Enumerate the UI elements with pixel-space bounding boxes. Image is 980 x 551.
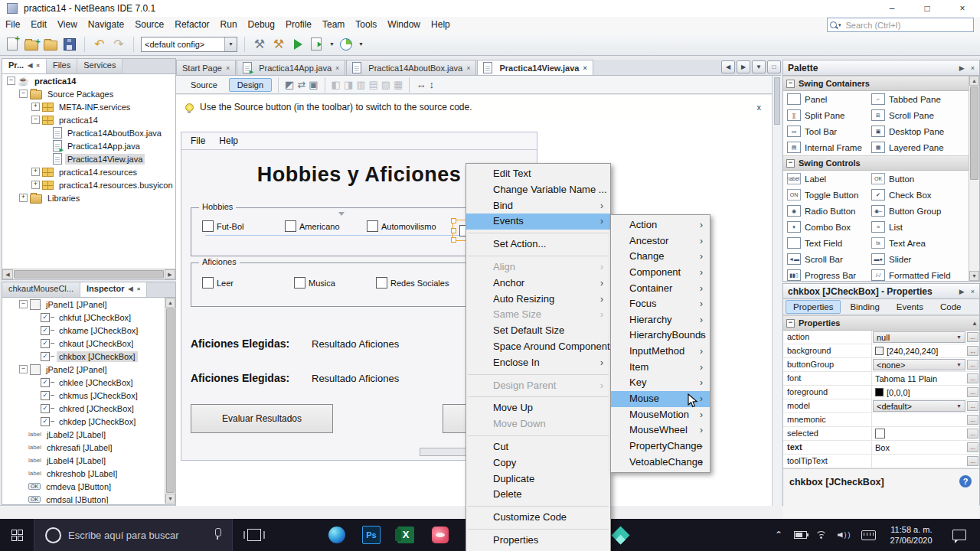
tab-close-icon[interactable]: × xyxy=(466,64,470,72)
tab-scroll-right-icon[interactable]: ▶ xyxy=(737,60,750,73)
clean-build-icon[interactable]: ⚒ xyxy=(271,37,286,52)
property-value[interactable] xyxy=(872,455,966,468)
palette-scroll-up-icon[interactable]: ▲ xyxy=(969,76,979,86)
tree-expander-icon[interactable]: − xyxy=(19,300,28,308)
inspector-tree-node[interactable]: chkbox [JCheckBox] xyxy=(2,350,165,363)
inspector-tree-node[interactable]: chkfut [JCheckBox] xyxy=(2,311,165,324)
submenu-item-inputmethod[interactable]: InputMethod› xyxy=(611,344,710,360)
profile-project-icon[interactable] xyxy=(338,37,354,52)
tree-expander-icon[interactable]: + xyxy=(31,168,40,176)
ellipsis-button[interactable]: ... xyxy=(967,442,978,452)
edge-button[interactable] xyxy=(322,519,352,551)
inspector-tree-node[interactable]: chkaut [JCheckBox] xyxy=(2,337,165,350)
context-menu-item-edit-text[interactable]: Edit Text xyxy=(466,166,610,182)
ide-search[interactable]: ▾ xyxy=(827,18,974,32)
submenu-item-ancestor[interactable]: Ancestor› xyxy=(611,233,710,249)
tree-expander-icon[interactable]: − xyxy=(19,90,28,98)
task-view-button[interactable] xyxy=(239,519,270,551)
palette-item-internal-frame[interactable]: ▤Internal Frame xyxy=(783,139,867,155)
tab-close-icon[interactable]: × xyxy=(226,64,230,72)
projects-tree-node[interactable]: Practica14View.java xyxy=(2,152,175,165)
tree-expander-icon[interactable]: − xyxy=(19,365,28,373)
tree-expander-icon[interactable]: − xyxy=(7,77,15,85)
editor-tab-2[interactable]: Practica14AboutBox.java× xyxy=(346,60,476,75)
vertical-resizable-icon[interactable]: ↕ xyxy=(429,79,434,90)
ellipsis-button[interactable]: ... xyxy=(967,332,978,342)
palette-item-scroll-bar[interactable]: ◄▬Scroll Bar xyxy=(783,251,867,267)
palette-item-desktop-pane[interactable]: ▣Desktop Pane xyxy=(867,123,969,139)
run-project-icon[interactable] xyxy=(290,37,305,52)
debug-project-icon[interactable] xyxy=(309,37,325,52)
source-view-button[interactable]: Source xyxy=(182,78,226,92)
inspector-tree-node[interactable]: labeljLabel4 [JLabel] xyxy=(2,454,165,467)
tree-expander-icon[interactable]: + xyxy=(31,181,40,189)
palette-item-button-group[interactable]: ◉–Button Group xyxy=(867,203,969,219)
palette-item-scroll-pane[interactable]: ⊞Scroll Pane xyxy=(867,107,969,123)
property-checkbox[interactable] xyxy=(875,429,885,439)
form-checkbox[interactable]: Redes Sociales xyxy=(376,277,449,289)
context-menu-item-auto-resizing[interactable]: Auto Resizing› xyxy=(466,292,610,308)
menu-tools[interactable]: Tools xyxy=(350,17,382,33)
tree-expander-icon[interactable]: + xyxy=(19,194,28,202)
submenu-item-action[interactable]: Action› xyxy=(611,217,710,233)
menu-file[interactable]: File xyxy=(0,17,25,33)
ide-search-input[interactable] xyxy=(844,20,973,31)
inspector-tree-node[interactable]: labelchkresafi [JLabel] xyxy=(2,441,165,454)
submenu-item-mousewheel[interactable]: MouseWheel› xyxy=(611,422,710,439)
menu-navigate[interactable]: Navigate xyxy=(83,17,129,33)
palette-item-tabbed-pane[interactable]: ⌐Tabbed Pane xyxy=(867,91,969,107)
submenu-item-container[interactable]: Container› xyxy=(611,281,710,297)
form-checkbox[interactable]: Musica xyxy=(294,277,335,289)
hint-close-icon[interactable]: x xyxy=(757,103,762,112)
scroll-right-icon[interactable]: ▶ xyxy=(165,269,175,279)
form-checkbox[interactable]: Automovilismo xyxy=(367,220,436,232)
scroll-left-icon[interactable]: ◀ xyxy=(2,269,13,279)
tree-expander-icon[interactable]: − xyxy=(31,116,40,124)
properties-expand-icon[interactable]: ▶ xyxy=(959,288,965,295)
menu-run[interactable]: Run xyxy=(215,17,243,33)
panel-minimize-icon[interactable]: ◀ xyxy=(28,60,32,70)
pink-app-button[interactable] xyxy=(425,519,456,551)
design-view-button[interactable]: Design xyxy=(229,78,272,92)
context-menu-item-enclose-in[interactable]: Enclose In› xyxy=(466,355,610,371)
collapse-icon[interactable]: − xyxy=(786,159,795,168)
ellipsis-button[interactable]: ... xyxy=(967,415,978,425)
editor-tab-0[interactable]: Start Page× xyxy=(176,60,236,75)
inspector-tree-node[interactable]: labeljLabel2 [JLabel] xyxy=(2,428,165,441)
wifi-button[interactable] xyxy=(812,519,831,551)
inspector-tree-node[interactable]: chkmus [JCheckBox] xyxy=(2,389,165,402)
submenu-item-hierarchy[interactable]: Hierarchy› xyxy=(611,312,710,328)
palette-vscrollbar[interactable]: ▲ ▼ xyxy=(969,76,979,281)
properties-tab-binding[interactable]: Binding xyxy=(842,300,887,314)
menu-source[interactable]: Source xyxy=(129,17,169,33)
submenu-item-item[interactable]: Item› xyxy=(611,360,710,376)
horizontal-resizable-icon[interactable]: ↔ xyxy=(416,79,426,90)
inspector-tree-node[interactable]: OKcmdeva [JButton] xyxy=(2,480,165,493)
inspector-tree-node[interactable]: labelchkreshob [JLabel] xyxy=(2,467,165,480)
context-menu-item-events[interactable]: Events› xyxy=(466,214,610,230)
palette-scroll-down-icon[interactable]: ▼ xyxy=(969,271,979,281)
inspector-tree-node[interactable]: OKcmdsal [JButton] xyxy=(2,493,165,504)
properties-close-icon[interactable]: × xyxy=(971,288,975,295)
inspector-tree-node[interactable]: −jPanel1 [JPanel] xyxy=(2,298,165,311)
undo-icon[interactable]: ↶ xyxy=(92,37,107,52)
profile-caret-icon[interactable]: ▼ xyxy=(358,41,364,47)
context-menu-item-properties[interactable]: Properties xyxy=(466,533,610,549)
panel-close-icon[interactable]: × xyxy=(137,284,141,294)
properties-tab-code[interactable]: Code xyxy=(933,300,969,314)
projects-tab-0[interactable]: Pr...◀× xyxy=(2,59,47,73)
debug-caret-icon[interactable]: ▼ xyxy=(329,41,335,47)
teal-app-button[interactable] xyxy=(609,519,632,551)
ellipsis-button[interactable]: ... xyxy=(967,373,978,383)
tab-list-icon[interactable]: ▼ xyxy=(752,60,766,73)
maximize-button[interactable]: □ xyxy=(910,0,945,17)
ellipsis-button[interactable]: ... xyxy=(967,401,978,411)
palette-item-panel[interactable]: Panel xyxy=(783,91,867,107)
projects-hscrollbar[interactable]: ◀ ▶ xyxy=(2,269,175,279)
context-menu-item-delete[interactable]: Delete xyxy=(466,487,610,503)
menu-help[interactable]: Help xyxy=(426,17,456,33)
property-value[interactable]: <default>▼ xyxy=(873,400,965,412)
submenu-item-change[interactable]: Change› xyxy=(611,249,710,265)
projects-tree-node[interactable]: −☕practica14 xyxy=(2,74,175,87)
property-value[interactable] xyxy=(872,427,966,440)
